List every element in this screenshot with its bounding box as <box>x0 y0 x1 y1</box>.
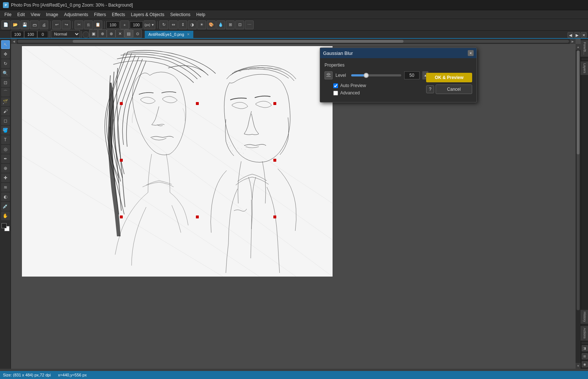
width-input[interactable] <box>11 31 24 38</box>
panel-icon-2[interactable]: ⊞ <box>582 353 588 359</box>
menu-layers-objects[interactable]: Layers & Objects <box>128 10 167 19</box>
crop-btn[interactable]: ⊡ <box>235 20 244 29</box>
paste-btn[interactable]: 📋 <box>94 20 102 29</box>
tab-next-btn[interactable]: ▶ <box>574 32 580 38</box>
actions-tab-btn[interactable]: Actions <box>580 326 588 341</box>
zoom-tool-btn[interactable]: 🔍 <box>1 69 10 78</box>
menu-filters[interactable]: Filters <box>91 10 109 19</box>
h-scrollbar[interactable]: ◀ ▶ <box>11 39 576 44</box>
panel-icon-1[interactable]: ◨ <box>582 345 588 351</box>
canvas-area[interactable]: ◀ ▶ ▲ ▼ <box>11 39 581 369</box>
menu-help[interactable]: Help <box>193 10 208 19</box>
new-file-btn[interactable]: 📄 <box>1 20 10 29</box>
redo-btn[interactable]: ↪ <box>62 20 71 29</box>
copy-btn[interactable]: ⎘ <box>84 20 93 29</box>
crop-tool-btn[interactable]: ⊡ <box>1 78 10 87</box>
active-tab[interactable]: AntiRedEye1_0.png × <box>145 31 193 38</box>
healing-btn[interactable]: ✚ <box>1 173 10 182</box>
sep1 <box>50 21 50 29</box>
menu-effects[interactable]: Effects <box>109 10 128 19</box>
layer-btn[interactable]: ▤ <box>124 29 133 38</box>
menu-file[interactable]: File <box>1 10 14 19</box>
open-file-btn[interactable]: 📂 <box>11 20 20 29</box>
menu-bar: File Edit View Image Adjustments Filters… <box>0 10 588 19</box>
grid-btn[interactable]: ⊞ <box>226 20 235 29</box>
shape-tool-btn[interactable]: ◎ <box>1 145 10 154</box>
angle-input[interactable] <box>37 31 48 38</box>
ok-preview-btn[interactable]: OK & Preview <box>426 73 472 82</box>
menu-image[interactable]: Image <box>43 10 61 19</box>
eraser-tool-btn[interactable]: ◻ <box>1 116 10 125</box>
cancel-btn[interactable]: Cancel <box>436 85 472 94</box>
height-input[interactable] <box>24 31 37 38</box>
v-scrollbar[interactable]: ▲ ▼ <box>576 44 581 369</box>
flip-h-btn[interactable]: ⇔ <box>169 20 178 29</box>
scroll-right-btn[interactable]: ▶ <box>570 39 576 44</box>
rotate-tool-btn[interactable]: ↻ <box>1 59 10 68</box>
move-tool-btn[interactable]: ✥ <box>1 50 10 59</box>
layers-panel-btn[interactable]: Fore/B... <box>580 40 588 57</box>
cut-btn[interactable]: ✂ <box>75 20 83 29</box>
contrast-btn[interactable]: ◑ <box>188 20 197 29</box>
zoom-in-btn[interactable]: + <box>120 20 129 29</box>
dodge-btn[interactable]: ◐ <box>1 192 10 201</box>
save-file-btn[interactable]: 💾 <box>20 20 29 29</box>
print-btn[interactable]: 🖨 <box>39 20 48 29</box>
rotate-btn[interactable]: ↻ <box>159 20 168 29</box>
more-btn[interactable]: ⋯ <box>245 20 254 29</box>
size-input[interactable] <box>130 21 143 29</box>
menu-adjustments[interactable]: Adjustments <box>61 10 91 19</box>
scroll-left-btn[interactable]: ◀ <box>11 39 17 44</box>
status-coords: x=440,y=556 px <box>58 373 87 377</box>
lasso-tool-btn[interactable]: ⌒ <box>1 88 10 97</box>
sketch-canvas[interactable] <box>22 46 333 277</box>
color-swatches[interactable] <box>1 223 10 231</box>
auto-preview-checkbox[interactable] <box>333 83 338 88</box>
scroll-up-btn[interactable]: ▲ <box>576 44 581 50</box>
flip-v-btn[interactable]: ⇕ <box>178 20 187 29</box>
zoom-input[interactable] <box>106 21 120 29</box>
size-unit-btn[interactable]: (px) ▼ <box>144 20 155 29</box>
h-scroll-track[interactable] <box>18 40 569 43</box>
magic-wand-btn[interactable]: 🪄 <box>1 97 10 106</box>
menu-selections[interactable]: Selections <box>167 10 193 19</box>
undo-btn[interactable]: ↩ <box>52 20 61 29</box>
paint-bucket-btn[interactable]: 🪣 <box>1 126 10 135</box>
smudge-btn[interactable]: ≋ <box>1 183 10 192</box>
tab-close-btn[interactable]: × <box>187 32 190 37</box>
tool-btn3[interactable]: ✕ <box>115 29 124 38</box>
color-btn[interactable]: 🎨 <box>207 20 216 29</box>
fill-btn[interactable]: ▣ <box>89 29 98 38</box>
menu-edit[interactable]: Edit <box>14 10 28 19</box>
tool-btn1[interactable]: ⊕ <box>98 29 107 38</box>
text-tool-btn[interactable]: T <box>1 135 10 144</box>
level-icon <box>325 71 333 79</box>
dialog-close-btn[interactable]: × <box>468 50 474 56</box>
select-tool-btn[interactable]: ↖ <box>1 40 10 49</box>
history-tab-btn[interactable]: History <box>580 310 588 324</box>
save-as-btn[interactable]: 🗃 <box>30 20 39 29</box>
brush-tool-btn[interactable]: 🖌 <box>1 107 10 116</box>
level-input[interactable] <box>404 71 420 79</box>
slider-thumb[interactable] <box>364 73 369 78</box>
layers-tab-btn[interactable]: Layers <box>580 61 588 75</box>
dropper-btn[interactable]: 💧 <box>216 20 225 29</box>
tab-close-all-btn[interactable]: ✕ <box>581 32 587 38</box>
menu-view[interactable]: View <box>28 10 43 19</box>
tool-btn4[interactable]: ⊙ <box>133 29 142 38</box>
clone-tool-btn[interactable]: ⊕ <box>1 164 10 173</box>
help-btn[interactable]: ? <box>426 85 434 93</box>
level-slider[interactable] <box>351 74 401 76</box>
advanced-checkbox[interactable] <box>333 91 338 95</box>
panel-icon-3[interactable]: ◉ <box>582 361 588 367</box>
tool-btn2[interactable]: ⊗ <box>107 29 115 38</box>
pen-tool-btn[interactable]: ✒ <box>1 154 10 163</box>
eyedropper-btn[interactable]: 💉 <box>1 202 10 211</box>
brightness-btn[interactable]: ☀ <box>197 20 206 29</box>
color-swatch-btn[interactable] <box>83 31 89 38</box>
hand-tool-btn[interactable]: ✋ <box>1 211 10 220</box>
scroll-down-btn[interactable]: ▼ <box>576 363 581 369</box>
v-scroll-track[interactable] <box>577 50 580 310</box>
blend-mode-select[interactable]: Normal Multiply Screen Overlay <box>51 30 80 38</box>
tab-prev-btn[interactable]: ◀ <box>568 32 573 38</box>
